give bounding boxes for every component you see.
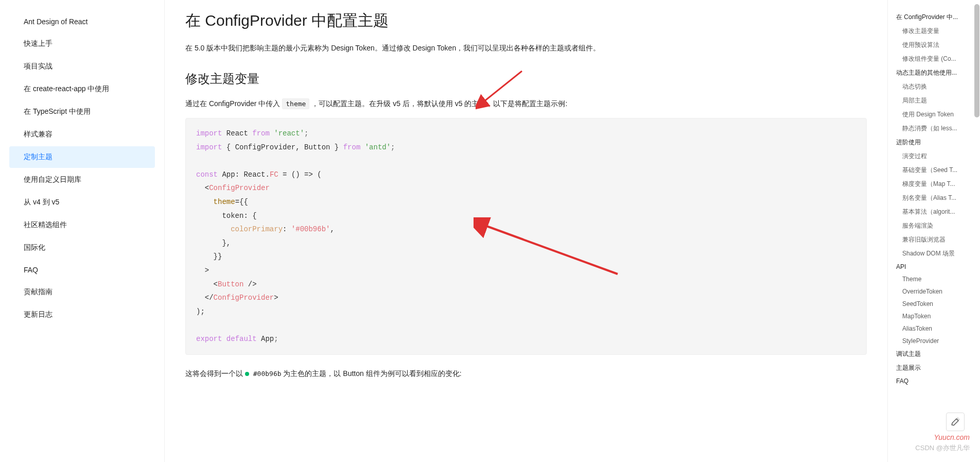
toc-item[interactable]: 修改组件变量 (Co... xyxy=(888,52,975,66)
toc-item[interactable]: 静态消费（如 less... xyxy=(888,122,975,135)
csdn-attribution: CSDN @亦世凡华 xyxy=(915,443,970,453)
sidebar-item[interactable]: 更新日志 xyxy=(9,304,155,326)
toc-item[interactable]: SeedToken xyxy=(888,298,975,310)
toc-item[interactable]: FAQ xyxy=(888,375,975,387)
toc-item[interactable]: 梯度变量（Map T... xyxy=(888,177,975,191)
theme-editor-fab[interactable] xyxy=(946,413,965,431)
watermark: Yuucn.com xyxy=(934,433,970,441)
toc-item[interactable]: 动态主题的其他使用... xyxy=(888,66,975,80)
page-title: 在 ConfigProvider 中配置主题 xyxy=(185,10,867,31)
toc-item[interactable]: 基础变量（Seed T... xyxy=(888,163,975,177)
intro-paragraph: 在 5.0 版本中我们把影响主题的最小元素称为 Design Token。通过修… xyxy=(185,41,867,55)
toc-item[interactable]: StyleProvider xyxy=(888,335,975,347)
toc-item[interactable]: 基本算法（algorit... xyxy=(888,205,975,219)
color-swatch xyxy=(245,372,249,376)
toc-item[interactable]: AliasToken xyxy=(888,322,975,335)
inline-code: theme xyxy=(282,98,309,109)
toc-item[interactable]: 使用 Design Token xyxy=(888,108,975,122)
toc-item[interactable]: 进阶使用 xyxy=(888,135,975,149)
toc-item[interactable]: MapToken xyxy=(888,310,975,322)
sidebar-item[interactable]: 项目实战 xyxy=(9,56,155,77)
toc-item[interactable]: 演变过程 xyxy=(888,149,975,163)
scrollbar[interactable] xyxy=(973,0,980,462)
table-of-contents: 在 ConfigProvider 中...修改主题变量使用预设算法修改组件变量 … xyxy=(887,0,980,462)
sidebar-item[interactable]: 从 v4 到 v5 xyxy=(9,192,155,213)
main-content: 在 ConfigProvider 中配置主题 在 5.0 版本中我们把影响主题的… xyxy=(165,0,887,462)
toc-item[interactable]: 服务端渲染 xyxy=(888,219,975,233)
toc-item[interactable]: 别名变量（Alias T... xyxy=(888,191,975,205)
sidebar-item[interactable]: 样式兼容 xyxy=(9,124,155,145)
section-heading: 修改主题变量 xyxy=(185,71,867,87)
toc-item[interactable]: API xyxy=(888,261,975,273)
result-paragraph: 这将会得到一个以 #00b96b 为主色的主题，以 Button 组件为例可以看… xyxy=(185,366,867,381)
toc-item[interactable]: 调试主题 xyxy=(888,347,975,361)
sidebar-item[interactable]: FAQ xyxy=(9,260,155,280)
magic-wand-icon xyxy=(951,417,960,426)
toc-item[interactable]: 兼容旧版浏览器 xyxy=(888,233,975,247)
toc-item[interactable]: Shadow DOM 场景 xyxy=(888,247,975,261)
sidebar-item-active[interactable]: 定制主题 xyxy=(9,146,155,168)
sidebar-item[interactable]: 在 create-react-app 中使用 xyxy=(9,78,155,100)
toc-item[interactable]: 在 ConfigProvider 中... xyxy=(888,10,975,24)
toc-item[interactable]: 使用预设算法 xyxy=(888,38,975,52)
sidebar-item[interactable]: 快速上手 xyxy=(9,33,155,55)
toc-item[interactable]: 主题展示 xyxy=(888,361,975,375)
color-hex: #00b96b xyxy=(253,370,282,378)
sidebar-item[interactable]: 社区精选组件 xyxy=(9,214,155,236)
sidebar-item[interactable]: Ant Design of React xyxy=(9,11,155,32)
sidebar-item[interactable]: 国际化 xyxy=(9,237,155,259)
sidebar-item[interactable]: 在 TypeScript 中使用 xyxy=(9,101,155,123)
toc-item[interactable]: OverrideToken xyxy=(888,285,975,298)
toc-item[interactable]: Theme xyxy=(888,273,975,285)
toc-item[interactable]: 动态切换 xyxy=(888,80,975,94)
toc-item[interactable]: 修改主题变量 xyxy=(888,24,975,38)
page-layout: Ant Design of React 快速上手 项目实战 在 create-r… xyxy=(0,0,980,462)
sidebar-item[interactable]: 使用自定义日期库 xyxy=(9,169,155,191)
section-paragraph: 通过在 ConfigProvider 中传入 theme ，可以配置主题。在升级… xyxy=(185,96,867,111)
sidebar-left: Ant Design of React 快速上手 项目实战 在 create-r… xyxy=(0,0,165,462)
code-block[interactable]: import React from 'react'; import { Conf… xyxy=(185,118,867,355)
toc-item[interactable]: 局部主题 xyxy=(888,94,975,108)
sidebar-item[interactable]: 贡献指南 xyxy=(9,281,155,303)
